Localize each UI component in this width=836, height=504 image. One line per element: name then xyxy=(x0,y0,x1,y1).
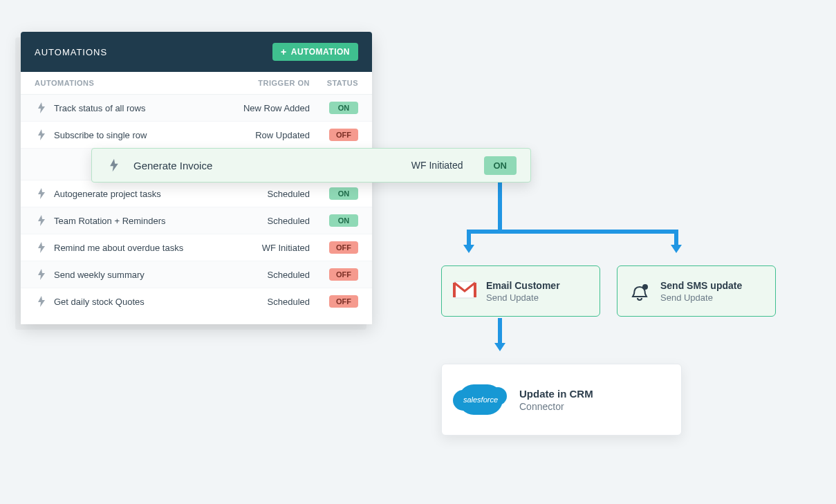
status-badge[interactable]: OFF xyxy=(329,295,358,308)
salesforce-label: salesforce xyxy=(463,395,498,404)
automation-row[interactable]: Get daily stock Quotes Scheduled OFF xyxy=(21,288,372,324)
lightning-icon xyxy=(35,188,48,199)
bell-icon xyxy=(629,280,651,302)
col-header-status: STATUS xyxy=(310,79,358,87)
row-status: OFF xyxy=(310,295,358,308)
row-name: Remind me about overdue tasks xyxy=(54,243,220,253)
salesforce-icon: salesforce xyxy=(458,384,503,415)
row-status: ON xyxy=(310,187,358,200)
status-badge[interactable]: OFF xyxy=(329,268,358,281)
workflow-diagram: Email Customer Send Update Send SMS upda… xyxy=(429,183,802,459)
automation-row[interactable]: Autogenerate project tasks Scheduled ON xyxy=(21,180,372,207)
action-card-crm[interactable]: salesforce Update in CRM Connector xyxy=(441,364,682,436)
lightning-icon xyxy=(35,215,48,226)
action-title: Send SMS update xyxy=(660,280,742,291)
expanded-automation-row[interactable]: Generate Invoice WF Initiated ON xyxy=(91,148,531,183)
action-card-email[interactable]: Email Customer Send Update xyxy=(441,265,600,317)
action-title: Email Customer xyxy=(486,280,560,291)
connector-line xyxy=(498,318,502,344)
row-trigger: Scheduled xyxy=(220,270,310,280)
row-trigger: New Row Added xyxy=(220,103,310,113)
col-header-name: AUTOMATIONS xyxy=(35,79,220,87)
row-name: Team Rotation + Reminders xyxy=(54,216,220,226)
action-subtitle: Send Update xyxy=(486,292,560,303)
automation-row[interactable]: Subscribe to single row Row Updated OFF xyxy=(21,122,372,149)
row-status: OFF xyxy=(310,241,358,254)
status-badge[interactable]: ON xyxy=(329,187,358,200)
automation-row[interactable]: Remind me about overdue tasks WF Initiat… xyxy=(21,234,372,261)
lightning-icon xyxy=(35,269,48,280)
lightning-icon xyxy=(35,296,48,307)
lightning-icon xyxy=(35,102,48,113)
row-name: Send weekly summary xyxy=(54,270,220,280)
row-name: Track status of all rows xyxy=(54,103,220,113)
arrow-down-icon xyxy=(463,245,474,253)
connector-line xyxy=(674,230,678,246)
row-trigger: Scheduled xyxy=(220,216,310,226)
row-name: Autogenerate project tasks xyxy=(54,189,220,199)
column-headers: AUTOMATIONS TRIGGER ON STATUS xyxy=(21,72,372,95)
col-header-trigger: TRIGGER ON xyxy=(220,79,310,87)
row-trigger: Row Updated xyxy=(220,130,310,140)
action-subtitle: Connector xyxy=(519,401,593,412)
connector-line xyxy=(498,183,502,230)
row-status: ON xyxy=(310,214,358,227)
add-automation-label: AUTOMATION xyxy=(291,47,350,57)
panel-header: AUTOMATIONS + AUTOMATION xyxy=(21,32,372,72)
add-automation-button[interactable]: + AUTOMATION xyxy=(272,43,358,61)
svg-point-1 xyxy=(643,285,647,289)
gmail-icon xyxy=(453,281,476,301)
row-trigger: WF Initiated xyxy=(220,243,310,253)
action-card-sms[interactable]: Send SMS update Send Update xyxy=(617,265,776,317)
connector-line xyxy=(467,230,678,234)
row-status: OFF xyxy=(310,268,358,281)
status-badge[interactable]: OFF xyxy=(329,129,358,141)
expanded-row-name: Generate Invoice xyxy=(133,160,411,171)
row-name: Subscribe to single row xyxy=(54,130,220,140)
automation-row[interactable]: Track status of all rows New Row Added O… xyxy=(21,95,372,122)
status-badge[interactable]: ON xyxy=(329,214,358,227)
expanded-row-trigger: WF Initiated xyxy=(411,160,463,171)
row-trigger: Scheduled xyxy=(220,189,310,199)
action-title: Update in CRM xyxy=(519,388,593,400)
lightning-icon xyxy=(106,158,122,172)
row-name: Get daily stock Quotes xyxy=(54,297,220,307)
panel-title: AUTOMATIONS xyxy=(35,47,107,57)
row-status: ON xyxy=(310,102,358,114)
automation-rows: Track status of all rows New Row Added O… xyxy=(21,95,372,324)
automation-row[interactable]: Team Rotation + Reminders Scheduled ON xyxy=(21,207,372,234)
lightning-icon xyxy=(35,129,48,140)
arrow-down-icon xyxy=(671,245,682,253)
status-badge[interactable]: OFF xyxy=(329,241,358,254)
action-subtitle: Send Update xyxy=(660,292,742,303)
row-status: OFF xyxy=(310,129,358,141)
status-badge[interactable]: ON xyxy=(329,102,358,114)
arrow-down-icon xyxy=(494,343,505,351)
plus-icon: + xyxy=(281,47,287,57)
expanded-status-badge[interactable]: ON xyxy=(484,156,517,175)
lightning-icon xyxy=(35,242,48,253)
row-trigger: Scheduled xyxy=(220,297,310,307)
automation-row[interactable]: Send weekly summary Scheduled OFF xyxy=(21,261,372,288)
connector-line xyxy=(467,230,471,246)
